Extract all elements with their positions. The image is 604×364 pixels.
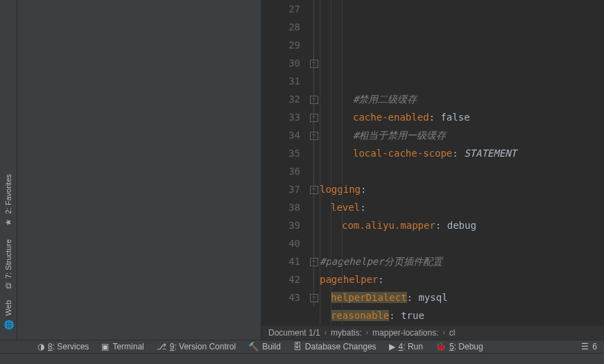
- code-line[interactable]: cache-enabled: false: [320, 108, 604, 126]
- structure-toolwindow[interactable]: ⧉ 7: Structure: [3, 234, 13, 295]
- code-column[interactable]: #禁用二级缓存cache-enabled: false#相当于禁用一级缓存loc…: [320, 0, 604, 325]
- line-number: 30: [261, 54, 300, 72]
- line-number: 43: [261, 288, 300, 306]
- globe-icon: 🌐: [3, 320, 14, 330]
- fold-open-icon[interactable]: −: [310, 114, 318, 122]
- code-line[interactable]: #pagehelper分页插件配置: [320, 252, 604, 270]
- web-toolwindow[interactable]: 🌐 Web: [3, 295, 13, 336]
- line-number: 39: [261, 216, 300, 234]
- line-number: 28: [261, 18, 300, 36]
- line-number-gutter: 2728293031323334353637383940414243: [261, 0, 309, 325]
- favorites-toolwindow[interactable]: ★ 2: Favorites: [3, 168, 13, 233]
- fold-close-icon[interactable]: −: [310, 132, 318, 140]
- vcs-icon: ⎇: [157, 342, 166, 352]
- code-line[interactable]: #相当于禁用一级缓存: [320, 126, 604, 144]
- star-icon: ★: [3, 218, 13, 228]
- breadcrumb-item[interactable]: mapper-locations:: [372, 325, 438, 340]
- web-label: Web: [4, 300, 12, 315]
- fold-close-icon[interactable]: −: [310, 60, 318, 68]
- editor-area: 2728293031323334353637383940414243 −−−−−…: [261, 0, 604, 340]
- code-token: local-cache-scope: [353, 148, 452, 159]
- line-number: 29: [261, 36, 300, 54]
- code-line[interactable]: #禁用二级缓存: [320, 90, 604, 108]
- debug-button[interactable]: 🐞 5: Debug: [435, 342, 483, 352]
- run-button[interactable]: ▶ 4: Run: [389, 342, 423, 352]
- line-number: 32: [261, 90, 300, 108]
- code-token: :: [389, 310, 401, 321]
- terminal-icon: ▣: [101, 342, 109, 352]
- breadcrumb[interactable]: Document 1/1 › mybatis: › mapper-locatio…: [261, 325, 604, 340]
- version-control-button[interactable]: ⎇ 9: Version Control: [157, 342, 236, 352]
- code-line[interactable]: level:: [320, 198, 604, 216]
- line-number: 37: [261, 180, 300, 198]
- code-line[interactable]: reasonable: true: [320, 306, 604, 324]
- code-line[interactable]: [320, 162, 604, 180]
- code-token: cache-enabled: [353, 112, 429, 123]
- code-token: :: [452, 148, 464, 159]
- code-token: pagehelper: [320, 274, 378, 285]
- database-icon: 🗄: [293, 342, 302, 352]
- code-line[interactable]: pagehelper:: [320, 270, 604, 288]
- code-line[interactable]: [320, 234, 604, 252]
- fold-open-icon[interactable]: −: [310, 186, 318, 194]
- code-token: com.aliyu.mapper: [342, 220, 435, 231]
- code-token: :: [435, 220, 447, 231]
- code-editor[interactable]: 2728293031323334353637383940414243 −−−−−…: [261, 0, 604, 325]
- chevron-right-icon: ›: [442, 325, 445, 340]
- fold-open-icon[interactable]: −: [310, 96, 318, 104]
- build-button[interactable]: 🔨 Build: [248, 342, 281, 352]
- code-token: #相当于禁用一级缓存: [353, 130, 446, 141]
- status-bar: [0, 353, 604, 364]
- chevron-right-icon: ›: [366, 325, 368, 340]
- line-number: 38: [261, 198, 300, 216]
- structure-icon: ⧉: [6, 281, 12, 291]
- code-line[interactable]: local-cache-scope: STATEMENT: [320, 144, 604, 162]
- code-token: #pagehelper分页插件配置: [320, 256, 442, 267]
- favorites-label: 2: Favorites: [4, 174, 12, 214]
- code-token: :: [429, 112, 441, 123]
- list-icon: ☰: [581, 342, 589, 352]
- project-side-panel[interactable]: [17, 0, 261, 340]
- breadcrumb-doc: Document 1/1: [268, 325, 320, 340]
- code-token: logging: [320, 184, 361, 195]
- breadcrumb-item[interactable]: mybatis:: [331, 325, 362, 340]
- code-line[interactable]: logging:: [320, 180, 604, 198]
- bug-icon: 🐞: [435, 342, 446, 352]
- terminal-button[interactable]: ▣ Terminal: [101, 342, 144, 352]
- code-token: debug: [447, 220, 476, 231]
- line-number: 40: [261, 234, 300, 252]
- code-token: false: [440, 112, 469, 123]
- code-line[interactable]: helperDialect: mysql: [320, 288, 604, 306]
- line-number: 41: [261, 252, 300, 270]
- code-token: #禁用二级缓存: [353, 94, 417, 105]
- services-button[interactable]: ◑ 8: Services: [37, 342, 89, 352]
- line-number: 31: [261, 72, 300, 90]
- code-line[interactable]: supportMethodsArguments: true: [320, 324, 604, 325]
- fold-close-icon[interactable]: −: [310, 258, 318, 266]
- line-number: 36: [261, 162, 300, 180]
- line-number: 35: [261, 144, 300, 162]
- fold-guide-line: [313, 0, 314, 306]
- line-number: 33: [261, 108, 300, 126]
- hammer-icon: 🔨: [248, 342, 259, 352]
- line-number: 42: [261, 270, 300, 288]
- line-number: 34: [261, 126, 300, 144]
- code-token: level: [331, 202, 360, 213]
- code-token: reasonable: [331, 310, 389, 321]
- code-token: :: [378, 274, 383, 285]
- status-list-button[interactable]: ☰ 6: [581, 342, 597, 352]
- fold-open-icon[interactable]: −: [310, 294, 318, 302]
- code-line[interactable]: com.aliyu.mapper: debug: [320, 216, 604, 234]
- fold-column[interactable]: −−−−−−−: [309, 0, 320, 325]
- code-token: mysql: [418, 292, 447, 303]
- services-icon: ◑: [37, 342, 44, 352]
- line-number: 27: [261, 0, 300, 18]
- code-token: true: [401, 310, 424, 321]
- structure-label: 7: Structure: [4, 239, 12, 279]
- database-changes-button[interactable]: 🗄 Database Changes: [293, 342, 377, 352]
- chevron-right-icon: ›: [325, 325, 327, 340]
- left-tool-strip: ★ 2: Favorites ⧉ 7: Structure 🌐 Web: [0, 0, 17, 340]
- code-token: :: [361, 184, 366, 195]
- code-token: :: [407, 292, 419, 303]
- breadcrumb-item[interactable]: cl: [449, 325, 456, 340]
